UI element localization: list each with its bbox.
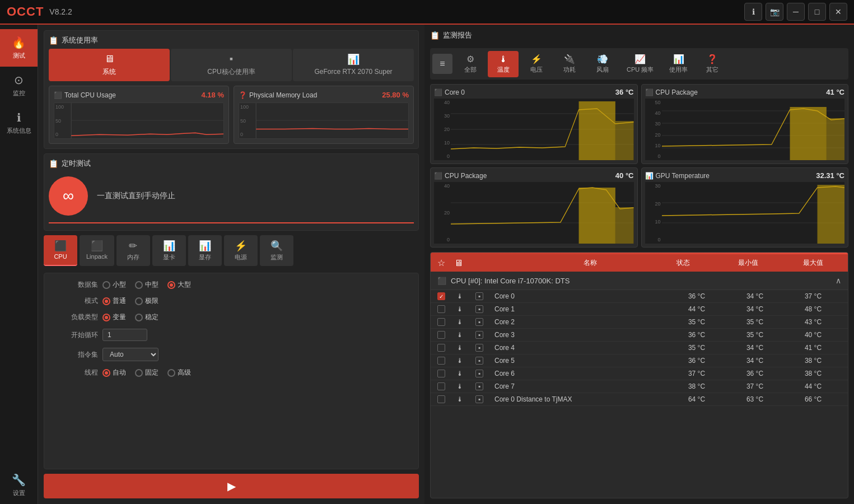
gpu-tab-icon: 📊 — [347, 53, 360, 66]
row4-monitor-icon[interactable]: ▪ — [475, 344, 483, 352]
row0-monitor-icon[interactable]: ▪ — [475, 292, 483, 300]
close-button[interactable]: ✕ — [829, 3, 847, 21]
monitor-tab-menu[interactable]: ≡ — [432, 54, 452, 74]
table-row: 🌡 ▪ Core 6 37 °C 36 °C 38 °C — [431, 367, 848, 380]
tab-cpu[interactable]: ⬛ CPU — [44, 235, 77, 266]
test-type-tabs: ⬛ CPU ⬛ Linpack ✏ 内存 📊 显卡 📊 显存 — [44, 235, 419, 268]
maximize-button[interactable]: □ — [808, 3, 826, 21]
row7-monitor-icon[interactable]: ▪ — [475, 382, 483, 390]
start-icon: ▶ — [227, 479, 236, 493]
table-row: 🌡 ▪ Core 3 36 °C 35 °C 40 °C — [431, 329, 848, 342]
mode-extreme-radio[interactable] — [135, 297, 143, 305]
infinity-button[interactable]: ∞ — [49, 176, 88, 216]
row8-check[interactable] — [437, 395, 445, 403]
tab-gpu[interactable]: 📊 GeForce RTX 2070 Super — [293, 49, 414, 81]
tab-linpack[interactable]: ⬛ Linpack — [80, 235, 114, 266]
row6-check[interactable] — [437, 370, 445, 377]
row8-min: 63 °C — [727, 395, 783, 403]
chart-cpupkg1-title: ⬛ CPU Package — [645, 88, 698, 96]
row7-check[interactable] — [437, 382, 445, 390]
monitor-tab-usage[interactable]: 📊 使用率 — [662, 50, 694, 77]
monitor-tab-other[interactable]: ❓ 其它 — [697, 50, 727, 77]
row6-monitor-icon[interactable]: ▪ — [475, 370, 483, 377]
load-stable[interactable]: 稳定 — [135, 312, 158, 322]
cycle-input[interactable] — [102, 329, 147, 341]
instruction-select[interactable]: Auto — [102, 348, 158, 361]
display-icon[interactable]: 🖥 — [454, 258, 463, 268]
row2-temp-icon: 🌡 — [456, 318, 473, 326]
thread-advanced[interactable]: 高级 — [167, 368, 191, 377]
monitor-tab-all[interactable]: ⚙ 全部 — [455, 50, 486, 77]
screenshot-button[interactable]: 📷 — [766, 3, 783, 21]
monitor-tab-freq[interactable]: 📈 CPU 频率 — [620, 50, 660, 77]
tab-vram[interactable]: 📊 显存 — [188, 235, 222, 266]
collapse-icon[interactable]: ∧ — [836, 276, 841, 285]
row3-monitor-icon[interactable]: ▪ — [475, 331, 483, 339]
row1-check[interactable] — [437, 305, 445, 313]
mode-normal[interactable]: 普通 — [102, 296, 126, 306]
load-variable[interactable]: 变量 — [102, 312, 126, 322]
table-group-header: ⬛ CPU [#0]: Intel Core i7-10700K: DTS ∧ — [431, 272, 848, 290]
cpupkg1-svg — [662, 99, 845, 160]
mem-chart-labels: 100 50 0 — [240, 103, 249, 138]
monitor-tab-fan[interactable]: 💨 风扇 — [587, 50, 618, 77]
tab-monitor[interactable]: 🔍 监测 — [260, 235, 293, 266]
start-button[interactable]: ▶ — [44, 474, 419, 498]
chart-cpupkg2-body: 40 20 0 — [434, 182, 634, 244]
thread-advanced-radio[interactable] — [167, 369, 175, 377]
thread-fixed-radio[interactable] — [135, 369, 143, 377]
row4-max: 41 °C — [785, 344, 841, 352]
voltage-tab-label: 电压 — [530, 66, 543, 74]
row7-min: 37 °C — [727, 382, 783, 390]
load-stable-radio[interactable] — [135, 314, 143, 321]
minimize-button[interactable]: ─ — [787, 3, 805, 21]
thread-auto-radio[interactable] — [102, 369, 110, 377]
tab-cpu-cores[interactable]: ▪ CPU核心使用率 — [171, 49, 292, 81]
row5-monitor-icon[interactable]: ▪ — [475, 357, 483, 365]
sidebar-item-settings[interactable]: 🔧 设置 — [0, 466, 38, 504]
dataset-large[interactable]: 大型 — [167, 280, 191, 290]
tab-memory[interactable]: ✏ 内存 — [116, 235, 150, 266]
cpu-chart-labels: 100 50 0 — [55, 103, 64, 138]
row3-check[interactable] — [437, 331, 445, 339]
table-toolbar: ☆ 🖥 名称 状态 最小值 最大值 — [431, 254, 848, 272]
tab-gpu[interactable]: 📊 显卡 — [152, 235, 186, 266]
row5-check[interactable] — [437, 357, 445, 365]
thread-fixed[interactable]: 固定 — [135, 368, 158, 377]
monitor-tab-temp[interactable]: 🌡 温度 — [488, 51, 519, 77]
star-icon[interactable]: ☆ — [437, 258, 445, 268]
row0-check[interactable]: ✓ — [437, 292, 445, 300]
dataset-small[interactable]: 小型 — [102, 280, 126, 290]
monitor-tab-power[interactable]: 🔌 功耗 — [554, 50, 585, 77]
monitor-tab-icon: 🔍 — [270, 240, 283, 252]
gpu-tab-label2: 显卡 — [163, 253, 175, 262]
thread-auto[interactable]: 自动 — [102, 368, 126, 377]
row5-max: 38 °C — [785, 357, 841, 365]
sidebar-item-monitor[interactable]: ⊙ 监控 — [0, 67, 38, 104]
row2-check[interactable] — [437, 318, 445, 326]
tab-power[interactable]: ⚡ 电源 — [224, 235, 258, 266]
cpu-metric-card: ⬛ Total CPU Usage 4.18 % 100 50 — [49, 86, 229, 144]
dataset-medium-radio[interactable] — [135, 281, 143, 289]
row2-monitor-icon[interactable]: ▪ — [475, 318, 483, 326]
mode-extreme[interactable]: 极限 — [135, 296, 158, 306]
cycle-row: 开始循环 — [53, 329, 409, 341]
row1-monitor-icon[interactable]: ▪ — [475, 305, 483, 313]
gpu-temp-icon: 📊 — [645, 172, 654, 180]
col-max-label: 最大值 — [785, 258, 841, 268]
left-panel: 📋 系统使用率 🖥 系统 ▪ CPU核心使用率 📊 GeForce RTX 20… — [38, 25, 424, 504]
load-variable-radio[interactable] — [102, 314, 110, 321]
sidebar-item-test[interactable]: 🔥 测试 — [0, 29, 38, 67]
dataset-medium[interactable]: 中型 — [135, 280, 158, 290]
row4-check[interactable] — [437, 344, 445, 352]
mode-normal-radio[interactable] — [102, 297, 110, 305]
table-scroll[interactable]: ✓ 🌡 ▪ Core 0 36 °C 34 °C 37 °C 🌡 ▪ Core … — [431, 290, 848, 498]
sidebar-item-sysinfo[interactable]: ℹ 系统信息 — [0, 104, 38, 142]
info-button[interactable]: ℹ — [744, 3, 762, 21]
row8-monitor-icon[interactable]: ▪ — [475, 395, 483, 403]
tab-system[interactable]: 🖥 系统 — [49, 49, 170, 81]
row8-max: 66 °C — [785, 395, 841, 403]
dataset-small-radio[interactable] — [102, 281, 110, 289]
dataset-large-radio[interactable] — [167, 281, 175, 289]
monitor-tab-voltage[interactable]: ⚡ 电压 — [521, 50, 552, 77]
